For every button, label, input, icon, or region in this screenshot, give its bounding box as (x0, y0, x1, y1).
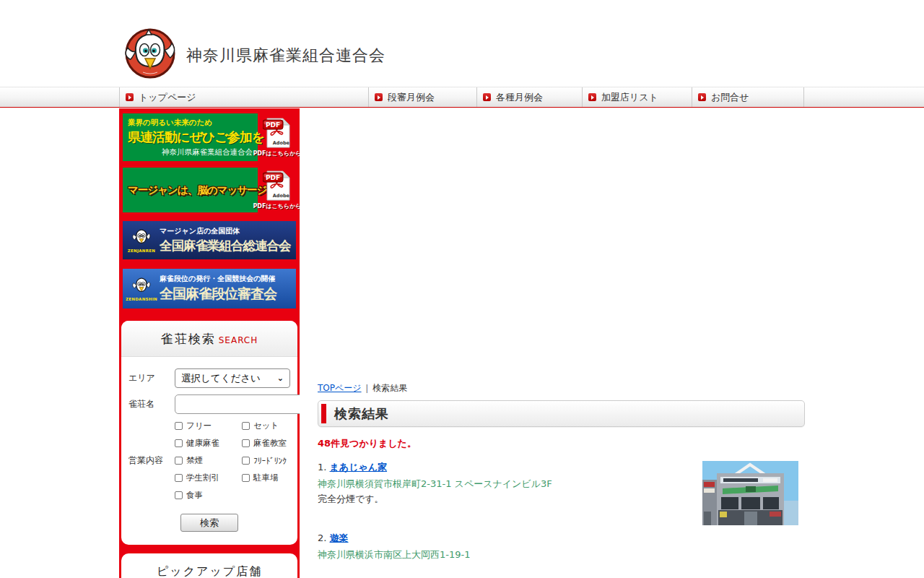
result-2-link[interactable]: 遊楽 (330, 532, 349, 543)
search-button[interactable]: 検索 (180, 514, 238, 532)
pdf-file-icon: Adobe PDF (263, 170, 292, 202)
checkbox-no-smoking[interactable]: 禁煙 (175, 455, 242, 466)
result-item-2: 2. 遊楽 神奈川県横浜市南区上大岡西1-19-1 (318, 532, 805, 561)
zendanshin-bird-icon: ZENDANSHIN (126, 276, 157, 301)
sidebar: 業界の明るい未来のため 県連活動にぜひご参加を！ 神奈川県麻雀業組合連合会 Ad… (119, 108, 300, 578)
business-content-options: フリー セット 健康麻雀 麻雀教室 禁煙 ﾌﾘｰﾄﾞﾘﾝｸ 学生割引 駐車場 食… (175, 420, 290, 501)
banner-recruit-text: 業界の明るい未来のため 県連活動にぜひご参加を！ 神奈川県麻雀業組合連合会 (123, 113, 258, 161)
area-label: エリア (128, 372, 175, 384)
chevron-down-icon: ⌄ (277, 374, 284, 383)
nav-item-top[interactable]: トップページ (119, 87, 368, 107)
checkbox-icon (175, 422, 183, 430)
pdf-file-icon: Adobe PDF (263, 117, 292, 149)
area-select[interactable]: 選択してください ⌄ (175, 368, 290, 388)
checkbox-healthy-mahjong[interactable]: 健康麻雀 (175, 438, 242, 449)
nav-arrow-icon (698, 93, 706, 101)
checkbox-set[interactable]: セット (242, 420, 290, 431)
business-content-label: 営業内容 (128, 454, 175, 467)
parlor-search-panel: 雀荘検索SEARCH エリア 選択してください ⌄ 雀荘名 営業内容 (121, 321, 297, 545)
main-nav: トップページ 段審月例会 各種月例会 加盟店リスト お問合せ (0, 87, 924, 108)
parlor-name-label: 雀荘名 (128, 398, 175, 410)
results-heading: 検索結果 (334, 405, 389, 423)
nav-arrow-icon (126, 93, 134, 101)
checkbox-mahjong-class[interactable]: 麻雀教室 (242, 438, 290, 449)
result-2-address: 神奈川県横浜市南区上大岡西1-19-1 (318, 548, 805, 561)
checkbox-icon (242, 457, 250, 465)
nav-item-contact[interactable]: お問合せ (692, 87, 804, 107)
search-panel-header: 雀荘検索SEARCH (121, 321, 297, 357)
banner-zenjanren[interactable]: ZENJANREN マージャン店の全国団体 全国麻雀業組合総連合会 (123, 221, 296, 259)
svg-text:PDF: PDF (266, 174, 280, 181)
checkbox-free[interactable]: フリー (175, 420, 242, 431)
checkbox-icon (175, 457, 183, 465)
breadcrumb-current: 検索結果 (372, 383, 407, 393)
page: 神奈川県麻雀業組合連合会 トップページ 段審月例会 各種月例会 加盟店リスト お (0, 0, 924, 578)
pickup-stores-title: ピックアップ店舗 (157, 564, 262, 578)
nav-arrow-icon (483, 93, 491, 101)
results-list: 1. まあじゃん家 神奈川県横須賀市根岸町2-31-1 スペースナインビル3F … (318, 461, 805, 561)
pdf-download-2[interactable]: Adobe PDF PDFはこちらから (258, 168, 297, 212)
checkbox-icon (175, 439, 183, 447)
parlor-name-input[interactable] (175, 394, 300, 414)
svg-text:PDF: PDF (266, 121, 280, 129)
banner-zendanshin[interactable]: ZENDANSHIN 麻雀段位の発行・全国競技会の開催 全国麻雀段位審査会 (123, 269, 296, 309)
breadcrumb-top-link[interactable]: TOPページ (318, 383, 362, 393)
checkbox-student-discount[interactable]: 学生割引 (175, 473, 242, 483)
nav-arrow-icon (588, 93, 596, 101)
nav-item-member-stores[interactable]: 加盟店リスト (582, 87, 692, 107)
result-count: 48件見つかりました。 (318, 437, 805, 450)
main-content: TOPページ｜検索結果 検索結果 48件見つかりました。 1. まあじゃん家 神… (318, 382, 805, 578)
results-heading-box: 検索結果 (318, 400, 805, 427)
checkbox-icon (242, 439, 250, 447)
checkbox-parking[interactable]: 駐車場 (242, 473, 290, 483)
checkbox-icon (242, 422, 250, 430)
page-title: 神奈川県麻雀業組合連合会 (186, 45, 385, 66)
zenjanren-bird-icon: ZENJANREN (126, 228, 157, 253)
result-1-link[interactable]: まあじゃん家 (330, 462, 388, 473)
nav-arrow-icon (375, 93, 383, 101)
checkbox-icon (242, 474, 250, 482)
result-1-photo[interactable] (702, 461, 798, 525)
search-title-en: SEARCH (219, 335, 258, 345)
svg-text:Adobe: Adobe (273, 140, 290, 146)
nav-item-various-monthly[interactable]: 各種月例会 (476, 87, 582, 107)
heading-accent-bar (321, 404, 326, 423)
checkbox-meals[interactable]: 食事 (175, 490, 242, 501)
pickup-stores-panel: ピックアップ店舗 (121, 553, 297, 578)
search-title: 雀荘検索 (161, 332, 216, 346)
banner-massage[interactable]: マージャンは、脳のマッサージ。 Adobe PDF PDFはこちらから (123, 168, 297, 212)
pdf-download-1[interactable]: Adobe PDF PDFはこちらから (258, 113, 297, 161)
checkbox-icon (175, 491, 183, 499)
breadcrumb: TOPページ｜検索結果 (318, 382, 805, 394)
banner-massage-text: マージャンは、脳のマッサージ。 (123, 168, 258, 212)
site-logo-bird-icon[interactable] (121, 27, 179, 82)
svg-text:Adobe: Adobe (273, 193, 290, 199)
checkbox-free-drink[interactable]: ﾌﾘｰﾄﾞﾘﾝｸ (242, 455, 290, 466)
banner-recruit[interactable]: 業界の明るい未来のため 県連活動にぜひご参加を！ 神奈川県麻雀業組合連合会 Ad… (123, 113, 297, 161)
checkbox-icon (175, 474, 183, 482)
nav-item-danshin-monthly[interactable]: 段審月例会 (368, 87, 476, 107)
